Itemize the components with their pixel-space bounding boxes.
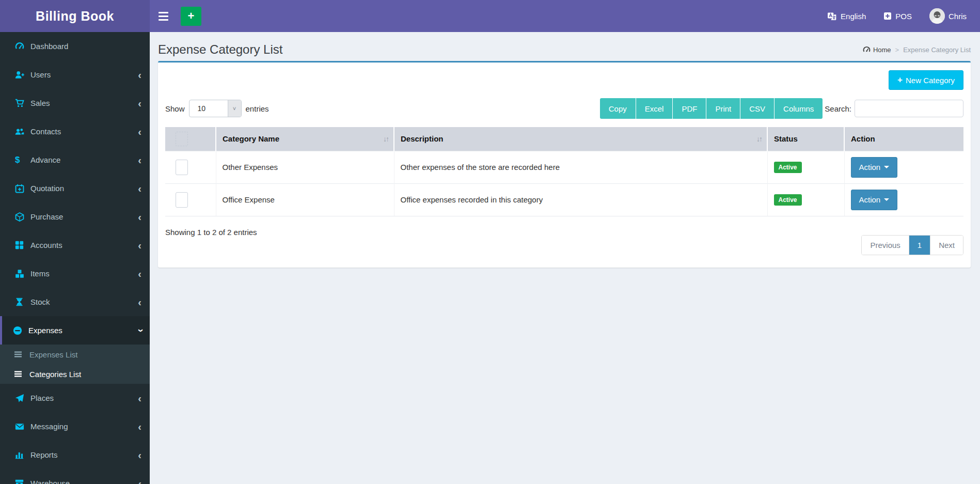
page-length-select[interactable]: 10 ˅ (189, 100, 242, 117)
page-title: Expense Category List (158, 42, 282, 57)
sidebar-item-label: Contacts (30, 127, 138, 136)
sidebar-item-quotation[interactable]: Quotation ‹ (0, 174, 150, 202)
breadcrumb-separator: > (895, 46, 899, 54)
new-category-label: New Category (906, 76, 955, 85)
chevron-down-icon: ˅ (228, 100, 241, 117)
sidebar-item-label: Items (30, 269, 138, 278)
calendar-plus-icon (15, 184, 30, 193)
chevron-left-icon: ‹ (138, 421, 141, 432)
chevron-left-icon: ‹ (138, 393, 141, 403)
quick-add-button[interactable]: + (181, 7, 201, 26)
csv-button[interactable]: CSV (740, 98, 774, 119)
copy-button[interactable]: Copy (600, 98, 636, 119)
sidebar-toggle-button[interactable] (150, 0, 177, 32)
row-action-button[interactable]: Action (851, 190, 898, 210)
sidebar-subitem-categories-list[interactable]: Categories List (0, 364, 150, 384)
sidebar-item-purchase[interactable]: Purchase ‹ (0, 202, 150, 231)
sidebar-item-places[interactable]: Places ‹ (0, 384, 150, 412)
dollar-icon: $ (15, 155, 30, 165)
sidebar-item-items[interactable]: Items ‹ (0, 259, 150, 288)
entries-label: entries (246, 104, 269, 113)
hamburger-icon (159, 12, 168, 13)
excel-button[interactable]: Excel (636, 98, 673, 119)
select-all-header[interactable] (165, 127, 216, 151)
sidebar-item-dashboard[interactable]: Dashboard (0, 32, 150, 60)
list-icon (14, 350, 29, 358)
grid-icon (15, 241, 30, 249)
next-page-button[interactable]: Next (930, 236, 963, 255)
sidebar-item-sales[interactable]: Sales ‹ (0, 89, 150, 117)
breadcrumb-current: Expense Category List (903, 46, 971, 54)
sidebar-item-expenses[interactable]: Expenses ‹ (0, 316, 150, 345)
app-title: Billing Book (36, 9, 114, 24)
chevron-left-icon: ‹ (138, 297, 141, 307)
chevron-left-icon: ‹ (138, 478, 141, 484)
sidebar-item-label: Sales (30, 99, 138, 107)
cubes-icon (15, 269, 30, 278)
cart-icon (15, 99, 30, 108)
top-navbar: Billing Book + English POS Chris (0, 0, 980, 32)
sidebar-item-label: Users (30, 70, 138, 79)
sidebar-item-label: Expenses (28, 326, 138, 335)
users-icon (15, 127, 30, 136)
sidebar-item-stock[interactable]: Stock ‹ (0, 288, 150, 316)
row-checkbox[interactable] (176, 192, 188, 208)
row-checkbox[interactable] (176, 160, 188, 175)
chevron-left-icon: ‹ (138, 98, 141, 108)
select-all-checkbox[interactable] (176, 132, 188, 146)
new-category-button[interactable]: + New Category (889, 70, 963, 90)
search-input[interactable] (855, 100, 963, 117)
search-label: Search: (825, 104, 851, 113)
envelope-icon (15, 422, 30, 431)
plus-icon: + (188, 10, 195, 22)
caret-down-icon (884, 166, 889, 168)
submenu-item-label: Categories List (29, 370, 81, 379)
pos-button[interactable]: POS (883, 12, 912, 21)
submenu-item-label: Expenses List (29, 350, 77, 359)
expense-category-table: Category Name ↓↑ Description ↓↑ Status A… (165, 127, 963, 216)
sidebar-item-reports[interactable]: Reports ‹ (0, 441, 150, 469)
column-header-status: Status (767, 127, 844, 151)
sidebar: Dashboard Users ‹ Sales ‹ Contacts ‹ $ A… (0, 32, 150, 484)
language-menu[interactable]: English (827, 11, 866, 21)
sidebar-item-accounts[interactable]: Accounts ‹ (0, 231, 150, 259)
main-content: Expense Category List Home > Expense Cat… (150, 32, 980, 484)
user-plus-icon (15, 70, 30, 80)
description-cell: Other expenses of the store are recorded… (394, 151, 767, 183)
page-length-value: 10 (189, 104, 228, 113)
sidebar-subitem-expenses-list[interactable]: Expenses List (0, 345, 150, 364)
minus-circle-icon (13, 326, 28, 335)
chevron-left-icon: ‹ (138, 127, 141, 137)
breadcrumb: Home > Expense Category List (863, 46, 971, 54)
print-button[interactable]: Print (706, 98, 740, 119)
sidebar-item-advance[interactable]: $ Advance ‹ (0, 146, 150, 174)
breadcrumb-home-link[interactable]: Home (863, 46, 891, 54)
export-button-group: Copy Excel PDF Print CSV Columns (600, 98, 823, 119)
chevron-left-icon: ‹ (138, 269, 141, 279)
previous-page-button[interactable]: Previous (862, 236, 909, 255)
sort-icon: ↓↑ (756, 135, 762, 143)
sidebar-item-label: Quotation (30, 184, 138, 193)
sidebar-item-label: Dashboard (30, 42, 141, 51)
language-icon (827, 11, 837, 21)
pagination: Previous 1 Next (861, 235, 963, 255)
row-action-button[interactable]: Action (851, 157, 898, 178)
avatar (929, 8, 945, 24)
category-name-cell: Office Expense (216, 183, 394, 216)
column-header-category-name[interactable]: Category Name ↓↑ (216, 127, 394, 151)
sidebar-item-messaging[interactable]: Messaging ‹ (0, 412, 150, 441)
pdf-button[interactable]: PDF (673, 98, 706, 119)
sidebar-item-users[interactable]: Users ‹ (0, 60, 150, 89)
columns-button[interactable]: Columns (774, 98, 823, 119)
sort-icon: ↓↑ (383, 135, 388, 143)
page-number-button[interactable]: 1 (909, 236, 930, 255)
sidebar-item-label: Purchase (30, 212, 138, 221)
chevron-left-icon: ‹ (138, 212, 141, 222)
user-menu[interactable]: Chris (929, 8, 967, 24)
status-badge: Active (774, 194, 802, 206)
sidebar-item-warehouse[interactable]: Warehouse ‹ (0, 469, 150, 484)
app-logo[interactable]: Billing Book (0, 0, 150, 32)
sidebar-item-contacts[interactable]: Contacts ‹ (0, 117, 150, 146)
column-header-description[interactable]: Description ↓↑ (394, 127, 767, 151)
hourglass-icon (15, 298, 30, 306)
